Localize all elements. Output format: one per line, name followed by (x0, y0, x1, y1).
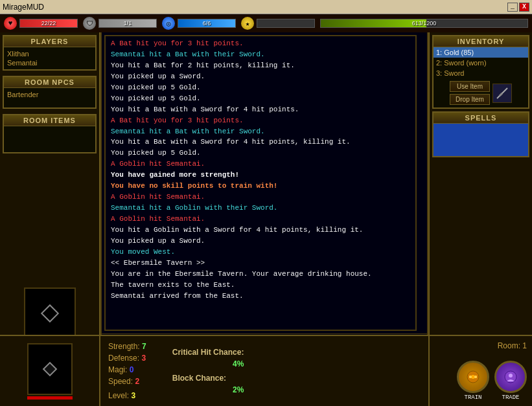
inventory-item-sword-worn[interactable]: 2: Sword (worn) (434, 58, 528, 68)
bottom-right: Room: 1 TRAIN (428, 336, 532, 406)
room-items-content (4, 126, 95, 152)
hp-label: 22/22 (20, 20, 77, 27)
level-value: 3 (131, 391, 135, 400)
spells-title: SPELLS (434, 113, 528, 124)
bottom-stats: Strength: 7 Defense: 3 Magi: 0 Speed: 2 … (100, 336, 428, 406)
titlebar: MirageMUD _ X (0, 0, 532, 14)
players-content: Xlithan Semantai (4, 47, 95, 69)
level-stat: Level: 3 (108, 391, 146, 400)
item-preview-icon (492, 84, 512, 103)
def-label: 1/1 (99, 20, 156, 27)
spells-panel: SPELLS (432, 111, 529, 157)
star-bar (257, 19, 315, 28)
chat-box[interactable]: A Bat hit you for 3 hit points.Semantai … (104, 35, 417, 331)
close-button[interactable]: X (519, 3, 529, 12)
star-group: ★ (241, 17, 315, 30)
train-button[interactable] (457, 361, 489, 393)
exp-bar: 613/1200 (320, 19, 528, 28)
app-title: MirageMUD (3, 3, 44, 12)
mini-character (27, 343, 73, 395)
crit-stat: Critical Hit Chance: (172, 348, 244, 357)
center-panel: A Bat hit you for 3 hit points.Semantai … (100, 32, 428, 350)
player-item-semantai[interactable]: Semantai (6, 58, 93, 67)
mana-bar: 6/6 (178, 19, 236, 28)
stats-col-right: Critical Hit Chance: 4% Block Chance: 2% (172, 348, 244, 394)
block-stat: Block Chance: (172, 374, 244, 383)
inventory-item-gold[interactable]: 1: Gold (85) (434, 47, 528, 58)
left-panel: PLAYERS Xlithan Semantai ROOM NPCS Barte… (0, 32, 100, 350)
players-title: PLAYERS (4, 36, 95, 47)
room-npcs-content: Bartender (4, 88, 95, 107)
right-panel: INVENTORY 1: Gold (85) 2: Sword (worn) 3… (428, 32, 532, 350)
avatar-box (24, 288, 76, 339)
spells-content (434, 124, 528, 156)
svg-rect-6 (472, 375, 474, 379)
bottom-left (0, 336, 100, 406)
inventory-panel: INVENTORY 1: Gold (85) 2: Sword (worn) 3… (432, 35, 529, 109)
room-items-section: ROOM ITEMS (3, 114, 97, 153)
def-group: 🛡 1/1 (83, 17, 157, 30)
def-bar: 1/1 (98, 19, 157, 28)
inventory-list: 1: Gold (85) 2: Sword (worn) 3: Sword (434, 47, 528, 78)
trade-button[interactable] (494, 361, 527, 393)
speed-stat: Speed: 2 (108, 377, 146, 386)
drop-item-button[interactable]: Drop Item (450, 94, 490, 105)
defense-value: 3 (141, 354, 146, 363)
magi-stat: Magi: 0 (108, 365, 146, 374)
speed-value: 2 (135, 377, 139, 386)
players-section: PLAYERS Xlithan Semantai (3, 35, 97, 71)
star-icon: ★ (241, 17, 254, 30)
hp-bar: 22/22 (19, 19, 78, 28)
window-controls: _ X (507, 3, 529, 12)
svg-rect-5 (474, 376, 477, 378)
trade-label: TRADE (502, 394, 519, 401)
magi-value: 0 (130, 365, 134, 374)
stats-col-left: Strength: 7 Defense: 3 Magi: 0 Speed: 2 … (108, 342, 146, 400)
train-label: TRAIN (464, 394, 481, 401)
avatar-diamond (40, 304, 58, 322)
svg-point-8 (509, 374, 513, 378)
svg-rect-4 (469, 376, 472, 378)
svg-line-1 (500, 93, 502, 96)
inv-action-row: Use Item Drop Item (450, 81, 512, 105)
strength-stat: Strength: 7 (108, 342, 146, 351)
mana-icon: ◎ (162, 17, 175, 30)
exp-label: 613/1200 (321, 20, 527, 27)
mini-avatar (42, 361, 57, 376)
room-npcs-title: ROOM NPCS (4, 77, 95, 88)
avatar-area (0, 156, 99, 350)
main-area: PLAYERS Xlithan Semantai ROOM NPCS Barte… (0, 32, 532, 350)
crit-value: 4% (172, 359, 244, 368)
room-npcs-section: ROOM NPCS Bartender (3, 76, 97, 109)
shield-icon: 🛡 (83, 17, 96, 30)
block-value: 2% (172, 385, 244, 394)
mini-health-bar (27, 396, 73, 400)
action-buttons: TRAIN TRADE (457, 361, 527, 401)
room-items-title: ROOM ITEMS (4, 115, 95, 126)
minimize-button[interactable]: _ (507, 3, 518, 12)
hp-group: ♥ 22/22 (4, 17, 78, 30)
inventory-title: INVENTORY (434, 36, 528, 47)
mana-label: 6/6 (178, 20, 235, 27)
mana-group: ◎ 6/6 (162, 17, 236, 30)
statsbar: ♥ 22/22 🛡 1/1 ◎ 6/6 ★ 613/1200 (0, 14, 532, 32)
npc-bartender[interactable]: Bartender (6, 90, 93, 99)
heart-icon: ♥ (4, 17, 17, 30)
inventory-item-sword[interactable]: 3: Sword (434, 68, 528, 78)
inventory-actions: Use Item Drop Item (434, 78, 528, 107)
room-indicator: Room: 1 (498, 341, 527, 350)
use-item-button[interactable]: Use Item (450, 81, 490, 92)
bottom-panel: Strength: 7 Defense: 3 Magi: 0 Speed: 2 … (0, 335, 532, 406)
player-item-xlithan[interactable]: Xlithan (6, 49, 93, 58)
strength-value: 7 (142, 342, 146, 351)
defense-stat: Defense: 3 (108, 354, 146, 363)
